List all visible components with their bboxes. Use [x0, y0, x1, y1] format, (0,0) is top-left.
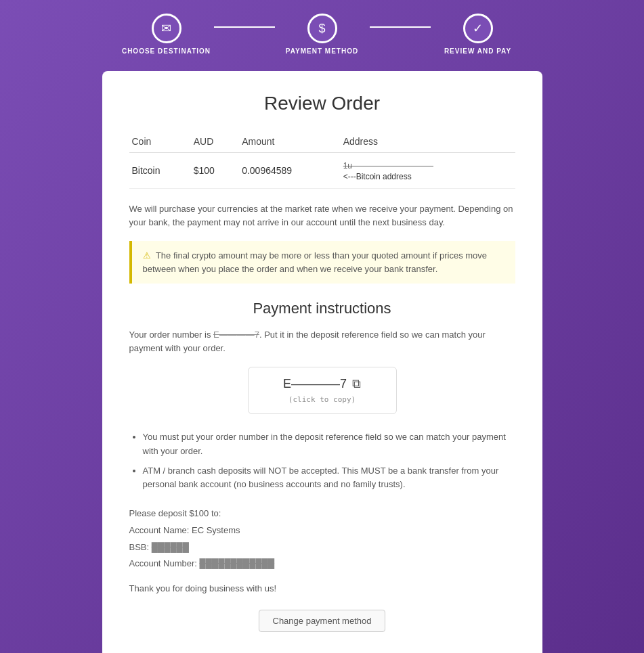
address-label: <---Bitcoin address: [343, 172, 412, 181]
copy-box-content: E————7 ⧉: [283, 377, 361, 391]
list-item: ATM / branch cash deposits will NOT be a…: [143, 464, 515, 493]
address-masked: 1u——————————: [343, 161, 433, 171]
cell-address: 1u—————————— <---Bitcoin address: [341, 153, 515, 189]
account-number-line: Account Number: ████████████: [129, 556, 515, 572]
market-rate-info: We will purchase your currencies at the …: [129, 202, 515, 229]
cell-amount: 0.00964589: [239, 153, 341, 189]
cell-aud: $100: [191, 153, 239, 189]
list-item: You must put your order number in the de…: [143, 430, 515, 459]
account-name-line: Account Name: EC Systems: [129, 522, 515, 539]
deposit-info: Please deposit $100 to: Account Name: EC…: [129, 505, 515, 572]
order-ref-prefix: Your order number is: [129, 330, 214, 340]
step-payment-method: $ PAYMENT METHOD: [275, 14, 370, 55]
account-name-value: EC Systems: [192, 525, 240, 535]
step-circle-1: ✉: [152, 14, 181, 43]
order-ref-text: Your order number is E————7. Put it in t…: [129, 328, 515, 355]
step-line-2: [370, 26, 431, 28]
step-choose-destination: ✉ CHOOSE DESTINATION: [119, 14, 214, 55]
step-line-1: [214, 26, 275, 28]
col-coin: Coin: [129, 131, 191, 153]
copy-hint: (click to copy): [288, 395, 356, 404]
warning-icon: ⚠: [143, 250, 151, 261]
stepper: ✉ CHOOSE DESTINATION $ PAYMENT METHOD ✓ …: [119, 14, 525, 55]
account-number-label: Account Number:: [129, 558, 197, 568]
step-label-3: REVIEW AND PAY: [444, 47, 511, 55]
bsb-label: BSB:: [129, 542, 150, 552]
account-number-value: ████████████: [200, 558, 275, 568]
deposit-text: Please deposit $100 to:: [129, 505, 515, 522]
review-order-card: Review Order Coin AUD Amount Address Bit…: [102, 71, 542, 653]
order-ref-display: E————7: [283, 377, 347, 391]
col-aud: AUD: [191, 131, 239, 153]
account-name-label: Account Name:: [129, 525, 190, 535]
order-ref-masked: E————7: [213, 330, 259, 340]
col-amount: Amount: [239, 131, 341, 153]
table-row: Bitcoin $100 0.00964589 1u—————————— <--…: [129, 153, 515, 189]
col-address: Address: [341, 131, 515, 153]
step-review-pay: ✓ REVIEW AND PAY: [431, 14, 525, 55]
bsb-line: BSB: ██████: [129, 539, 515, 556]
change-payment-button[interactable]: Change payment method: [259, 610, 386, 632]
warning-box: ⚠ The final crypto amount may be more or…: [129, 241, 515, 284]
order-table: Coin AUD Amount Address Bitcoin $100 0.0…: [129, 131, 515, 189]
step-label-2: PAYMENT METHOD: [286, 47, 358, 55]
step-circle-2: $: [307, 14, 337, 43]
step-label-1: CHOOSE DESTINATION: [122, 47, 211, 55]
payment-instructions-title: Payment instructions: [129, 300, 515, 317]
thank-you-text: Thank you for doing business with us!: [129, 583, 515, 593]
warning-text: The final crypto amount may be more or l…: [143, 250, 488, 274]
copy-icon: ⧉: [352, 377, 361, 391]
bsb-value: ██████: [152, 542, 189, 552]
instructions-list: You must put your order number in the de…: [143, 430, 515, 492]
card-title: Review Order: [129, 93, 515, 114]
step-circle-3: ✓: [463, 14, 493, 43]
copy-box[interactable]: E————7 ⧉ (click to copy): [248, 367, 397, 414]
cell-coin: Bitcoin: [129, 153, 191, 189]
